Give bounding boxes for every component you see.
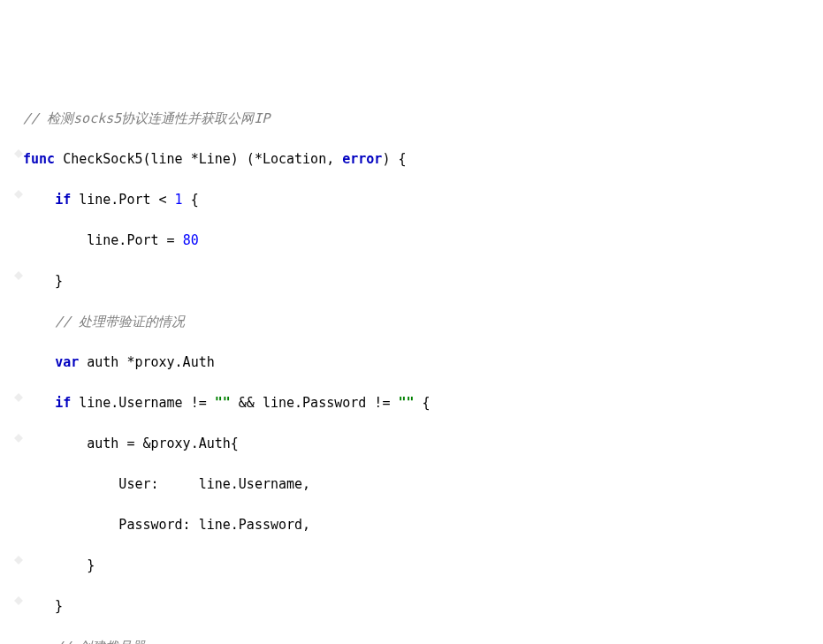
code-line[interactable]: // 处理带验证的情况 — [11, 312, 812, 332]
code-text — [23, 639, 55, 644]
gutter-collapse-icon[interactable] — [14, 556, 23, 564]
code-line[interactable]: } — [11, 596, 812, 617]
code-line[interactable]: if line.Username != "" && line.Password … — [11, 393, 812, 413]
code-line[interactable]: if line.Port < 1 { — [11, 190, 812, 210]
code-line[interactable]: Password: line.Password, — [11, 515, 812, 535]
gutter-collapse-icon[interactable] — [14, 596, 23, 605]
code-text: ) { — [382, 151, 406, 167]
code-editor[interactable]: // 检测socks5协议连通性并获取公网IP func CheckSock5(… — [11, 88, 812, 644]
code-text: { — [183, 192, 199, 208]
code-text: { — [415, 395, 431, 411]
keyword-if: if — [55, 192, 71, 208]
code-text: auth = &proxy.Auth{ — [23, 436, 239, 451]
code-text: && line.Password != — [231, 395, 399, 411]
code-text — [23, 354, 55, 370]
code-line[interactable]: var auth *proxy.Auth — [11, 352, 812, 373]
comment: // 创建拨号器 — [55, 639, 145, 644]
gutter-collapse-icon[interactable] — [14, 149, 23, 158]
code-line[interactable]: // 创建拨号器 — [11, 637, 812, 644]
code-line[interactable]: func CheckSock5(line *Line) (*Location, … — [11, 149, 812, 170]
code-text: User: line.Username, — [23, 476, 310, 492]
code-line[interactable]: line.Port = 80 — [11, 231, 812, 251]
code-text: Password: line.Password, — [23, 517, 310, 533]
string-literal: "" — [215, 395, 231, 411]
gutter-collapse-icon[interactable] — [14, 190, 23, 199]
comment: // 检测socks5协议连通性并获取公网IP — [23, 110, 270, 126]
keyword-error: error — [342, 151, 382, 167]
gutter-collapse-icon[interactable] — [14, 434, 23, 443]
number-literal: 1 — [175, 192, 183, 208]
gutter-collapse-icon[interactable] — [14, 271, 23, 280]
string-literal: "" — [398, 395, 414, 411]
code-line[interactable]: // 检测socks5协议连通性并获取公网IP — [11, 109, 812, 129]
code-text: line.Port < — [71, 192, 174, 208]
keyword-func: func — [23, 151, 55, 167]
comment: // 处理带验证的情况 — [55, 314, 185, 330]
code-text: } — [23, 598, 63, 614]
code-text: line.Username != — [71, 395, 215, 411]
code-text: CheckSock5(line *Line) (*Location, — [55, 151, 342, 167]
code-line[interactable]: auth = &proxy.Auth{ — [11, 434, 812, 454]
code-line[interactable]: } — [11, 271, 812, 292]
code-line[interactable]: } — [11, 556, 812, 576]
code-text — [23, 314, 55, 330]
gutter-collapse-icon[interactable] — [14, 393, 23, 402]
code-text: } — [23, 557, 95, 573]
keyword-if: if — [55, 395, 71, 411]
keyword-var: var — [55, 354, 79, 370]
code-text: auth *proxy.Auth — [79, 354, 215, 370]
number-literal: 80 — [183, 232, 199, 248]
code-text: line.Port = — [23, 232, 183, 248]
code-text: } — [23, 273, 63, 289]
code-line[interactable]: User: line.Username, — [11, 474, 812, 495]
code-text — [23, 192, 55, 208]
code-text — [23, 395, 55, 411]
